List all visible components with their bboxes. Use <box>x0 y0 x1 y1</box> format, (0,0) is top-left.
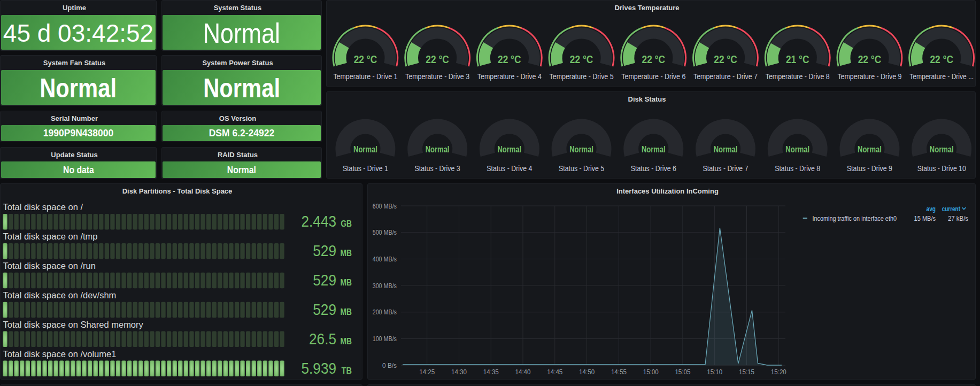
svg-text:avg: avg <box>927 205 936 213</box>
svg-text:Total disk space on /volume1: Total disk space on /volume1 <box>3 349 117 359</box>
svg-text:22 °C: 22 °C <box>354 53 377 65</box>
svg-text:Normal: Normal <box>930 144 954 155</box>
svg-text:200 MB/s: 200 MB/s <box>373 308 397 316</box>
svg-text:Temperature - Drive 6: Temperature - Drive 6 <box>621 72 685 81</box>
svg-text:Temperature - Drive 1: Temperature - Drive 1 <box>333 72 397 81</box>
svg-text:Total disk space on /dev/shm: Total disk space on /dev/shm <box>3 290 117 300</box>
svg-text:MB: MB <box>341 307 352 316</box>
svg-text:Normal: Normal <box>858 144 882 155</box>
svg-text:Status - Drive 3: Status - Drive 3 <box>415 164 460 173</box>
svg-text:Status - Drive 9: Status - Drive 9 <box>847 164 892 173</box>
svg-text:MB: MB <box>341 249 352 258</box>
svg-text:MB: MB <box>341 337 352 346</box>
svg-text:Temperature - Drive 4: Temperature - Drive 4 <box>477 72 542 81</box>
svg-text:15:05: 15:05 <box>675 368 690 376</box>
svg-text:14:30: 14:30 <box>451 368 467 376</box>
svg-text:Incoming traffic on interface: Incoming traffic on interface eth0 <box>813 214 897 222</box>
svg-text:Total disk space on /: Total disk space on / <box>3 202 83 212</box>
svg-text:21 °C: 21 °C <box>786 53 809 65</box>
svg-text:15 MB/s: 15 MB/s <box>914 214 936 222</box>
svg-text:TB: TB <box>342 366 352 375</box>
svg-text:22 °C: 22 °C <box>714 53 737 65</box>
svg-text:Status - Drive 4: Status - Drive 4 <box>487 164 532 173</box>
svg-text:22 °C: 22 °C <box>498 53 521 65</box>
svg-text:Total disk space on /run: Total disk space on /run <box>3 261 96 271</box>
svg-text:529: 529 <box>313 242 336 259</box>
svg-text:100 MB/s: 100 MB/s <box>373 335 397 343</box>
svg-text:Normal: Normal <box>714 144 738 155</box>
svg-text:14:45: 14:45 <box>547 368 562 376</box>
svg-text:22 °C: 22 °C <box>570 53 593 65</box>
svg-text:22 °C: 22 °C <box>930 53 953 65</box>
svg-text:Status - Drive 1: Status - Drive 1 <box>343 164 388 173</box>
svg-text:14:40: 14:40 <box>515 368 531 376</box>
svg-text:Total disk space on /tmp: Total disk space on /tmp <box>3 231 98 241</box>
svg-text:22 °C: 22 °C <box>642 53 666 65</box>
svg-text:400 MB/s: 400 MB/s <box>373 256 397 263</box>
svg-text:Total disk space on Shared mem: Total disk space on Shared memory <box>3 320 144 329</box>
svg-text:Normal: Normal <box>497 144 521 155</box>
svg-text:Temperature - Drive 8: Temperature - Drive 8 <box>766 72 830 81</box>
svg-text:Normal: Normal <box>569 144 593 155</box>
svg-text:GB: GB <box>341 219 352 228</box>
svg-text:14:50: 14:50 <box>579 368 595 376</box>
svg-text:2.443: 2.443 <box>302 212 337 230</box>
svg-text:Normal: Normal <box>785 144 809 155</box>
svg-text:15:10: 15:10 <box>707 368 722 376</box>
svg-text:Temperature - Drive 9: Temperature - Drive 9 <box>837 72 901 81</box>
svg-text:300 MB/s: 300 MB/s <box>373 282 397 290</box>
svg-text:15:15: 15:15 <box>739 368 754 376</box>
svg-text:Temperature - Drive 5: Temperature - Drive 5 <box>550 72 614 81</box>
svg-text:Temperature - Drive ...: Temperature - Drive ... <box>909 72 974 81</box>
svg-text:Temperature - Drive 3: Temperature - Drive 3 <box>405 72 469 81</box>
svg-text:22 °C: 22 °C <box>858 53 882 65</box>
svg-text:Status - Drive 7: Status - Drive 7 <box>703 164 748 173</box>
svg-text:Status - Drive 5: Status - Drive 5 <box>559 164 604 173</box>
svg-text:14:35: 14:35 <box>483 368 499 376</box>
svg-text:500 MB/s: 500 MB/s <box>373 229 397 236</box>
svg-text:14:25: 14:25 <box>419 368 435 376</box>
svg-text:current: current <box>942 205 961 213</box>
svg-text:Status - Drive 8: Status - Drive 8 <box>775 164 820 173</box>
svg-text:Normal: Normal <box>426 144 450 155</box>
svg-text:529: 529 <box>313 300 336 318</box>
svg-text:Status - Drive 10: Status - Drive 10 <box>917 164 966 173</box>
svg-text:Normal: Normal <box>642 144 666 155</box>
svg-text:Temperature - Drive 7: Temperature - Drive 7 <box>693 72 758 81</box>
svg-text:14:55: 14:55 <box>611 368 627 376</box>
svg-text:27 kB/s: 27 kB/s <box>948 214 968 222</box>
svg-text:529: 529 <box>313 271 336 289</box>
svg-text:MB: MB <box>341 278 352 287</box>
svg-text:0 B/s: 0 B/s <box>382 362 397 369</box>
svg-text:15:20: 15:20 <box>771 368 786 376</box>
svg-text:5.939: 5.939 <box>302 359 337 377</box>
svg-text:600 MB/s: 600 MB/s <box>373 203 397 210</box>
svg-text:Status - Drive 6: Status - Drive 6 <box>631 164 676 173</box>
svg-text:22 °C: 22 °C <box>426 53 449 65</box>
svg-text:15:00: 15:00 <box>643 368 659 376</box>
svg-text:Normal: Normal <box>353 144 377 155</box>
svg-text:26.5: 26.5 <box>309 330 336 348</box>
